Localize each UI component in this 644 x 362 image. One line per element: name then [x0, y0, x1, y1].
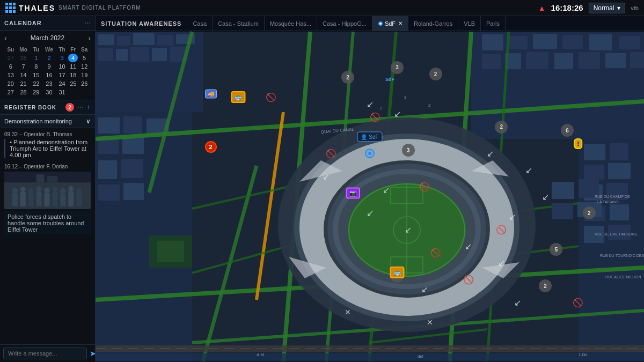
- register-entries: 09:32 – Operator B. Thomas • Planned dem…: [0, 128, 95, 344]
- mode-dropdown[interactable]: Normal ▾: [589, 3, 626, 13]
- cal-cell[interactable]: 8: [30, 62, 43, 71]
- arrow-marker-7: ↙: [465, 241, 472, 252]
- cal-cell[interactable]: 19: [78, 71, 91, 79]
- marker-2-right2: 2: [583, 206, 596, 219]
- vtb-label: vtb: [631, 5, 639, 11]
- svg-text:2: 2: [380, 106, 383, 110]
- cal-cell[interactable]: 22: [30, 79, 43, 88]
- register-header: REGISTER BOOK 2 ⋯ +: [0, 100, 95, 115]
- svg-rect-69: [121, 159, 143, 178]
- tab-mosquee[interactable]: Mosquée Has...: [265, 16, 317, 31]
- cal-cell[interactable]: 11: [68, 62, 78, 71]
- calendar-next-button[interactable]: ›: [88, 34, 91, 42]
- svg-point-5: [36, 186, 42, 191]
- calendar-prev-button[interactable]: ‹: [4, 34, 7, 42]
- entry-image: [4, 172, 91, 209]
- calendar-month-label: March 2022: [31, 34, 64, 42]
- cal-cell[interactable]: 23: [42, 79, 56, 88]
- cal-cell[interactable]: 17: [56, 71, 69, 79]
- marker-warning-yellow: !: [574, 138, 583, 149]
- cal-day-th: Th: [56, 46, 69, 54]
- calendar-grid: Su Mo Tu We Th Fr Sa 27 28 1 2: [4, 46, 91, 97]
- entry-time-2: 16:12 – Operator F. Dorian: [4, 164, 91, 169]
- cal-cell[interactable]: 18: [68, 71, 78, 79]
- cal-cell[interactable]: 14: [17, 71, 30, 79]
- cal-cell[interactable]: 16: [42, 71, 56, 79]
- register-title: REGISTER BOOK: [4, 105, 56, 110]
- cal-cell[interactable]: 24: [56, 79, 69, 88]
- message-input[interactable]: [3, 348, 87, 359]
- cal-cell-empty: [78, 88, 91, 97]
- svg-rect-68: [98, 160, 117, 179]
- svg-rect-12: [20, 192, 26, 206]
- cal-cell[interactable]: 25: [68, 79, 78, 88]
- no-entry-7: 🚫: [463, 274, 474, 284]
- cal-cell[interactable]: 2: [42, 54, 56, 62]
- svg-rect-67: [122, 137, 144, 154]
- svg-rect-48: [579, 52, 600, 69]
- register-entry-2: 16:12 – Operator F. Dorian: [4, 164, 91, 235]
- cal-cell[interactable]: 28: [17, 88, 30, 97]
- svg-rect-11: [12, 193, 18, 206]
- cal-cell[interactable]: 10: [56, 62, 69, 71]
- time-display: 16:18:26: [551, 3, 583, 12]
- register-options-button[interactable]: ⋯: [77, 104, 84, 111]
- tab-casa-hippog[interactable]: Casa - HippoG...: [317, 16, 372, 31]
- svg-rect-71: [123, 183, 144, 200]
- arrow-marker-11: ↙: [487, 149, 494, 159]
- cal-cell[interactable]: 26: [78, 79, 91, 88]
- cal-cell[interactable]: 21: [17, 79, 30, 88]
- cal-cell[interactable]: 31: [56, 88, 69, 97]
- cal-cell[interactable]: 27: [4, 88, 17, 97]
- cal-cell[interactable]: 20: [4, 79, 17, 88]
- svg-rect-50: [630, 52, 644, 68]
- cal-cell[interactable]: 6: [4, 62, 17, 71]
- svg-rect-33: [116, 49, 128, 61]
- register-add-button[interactable]: +: [87, 104, 91, 111]
- sa-tabs: Casa Casa - Stadium Mosquée Has... Casa …: [187, 16, 506, 31]
- cal-cell[interactable]: 12: [78, 62, 91, 71]
- cal-cell[interactable]: 9: [42, 62, 56, 71]
- calendar-options-button[interactable]: ⋯: [84, 19, 91, 27]
- svg-text:RUE DU CHAMP DE: RUE DU CHAMP DE: [595, 195, 630, 198]
- svg-rect-14: [36, 191, 42, 206]
- popup-sdof[interactable]: 👤 SdF: [357, 132, 382, 142]
- marker-6-right: 6: [561, 124, 574, 137]
- tab-sdf[interactable]: SdF ✕: [372, 16, 408, 31]
- message-input-area: ➤: [0, 344, 95, 362]
- tab-casa[interactable]: Casa: [187, 16, 213, 31]
- cal-cell[interactable]: 5: [78, 54, 91, 62]
- cal-cell[interactable]: 3: [56, 54, 69, 62]
- cal-cell[interactable]: 1: [30, 54, 43, 62]
- demonstration-dropdown[interactable]: Demonstration monitoring ∨: [0, 115, 95, 128]
- cal-cell[interactable]: 13: [4, 71, 17, 79]
- cal-cell-today[interactable]: 4: [68, 54, 78, 62]
- cal-cell[interactable]: 7: [17, 62, 30, 71]
- cal-cell[interactable]: 29: [30, 88, 43, 97]
- svg-rect-102: [96, 353, 644, 361]
- tab-paris[interactable]: Paris: [481, 16, 506, 31]
- cal-cell[interactable]: 27: [4, 54, 17, 62]
- svg-rect-32: [98, 48, 113, 61]
- mode-label: Normal: [594, 4, 614, 12]
- arrow-marker-6: ↙: [405, 225, 412, 235]
- cal-cell[interactable]: 15: [30, 71, 43, 79]
- cal-cell[interactable]: 28: [17, 54, 30, 62]
- blockade-1: ✕: [345, 308, 351, 316]
- svg-point-9: [68, 186, 74, 191]
- calendar-header: CALENDAR ⋯: [0, 16, 95, 31]
- arrow-marker-4: ↙: [383, 185, 390, 195]
- svg-rect-15: [45, 193, 50, 206]
- cal-cell[interactable]: 30: [42, 88, 56, 97]
- marker-2-midright: 2: [495, 121, 508, 134]
- tab-casa-stadium[interactable]: Casa - Stadium: [213, 16, 265, 31]
- map-area[interactable]: SITUATION AWARENESS Casa Casa - Stadium …: [96, 16, 644, 362]
- calendar: ‹ March 2022 › Su Mo Tu We Th Fr Sa: [0, 31, 95, 100]
- svg-rect-38: [482, 34, 503, 50]
- tab-vlb[interactable]: VLB: [458, 16, 481, 31]
- entry-content-1: • Planned demonstration from Triumph Arc…: [4, 139, 91, 158]
- svg-rect-21: [36, 174, 45, 182]
- entry-caption: Police forces dispatch to handle some tr…: [4, 211, 91, 235]
- cal-day-su: Su: [4, 46, 17, 54]
- tab-roland[interactable]: Roland-Garros: [408, 16, 458, 31]
